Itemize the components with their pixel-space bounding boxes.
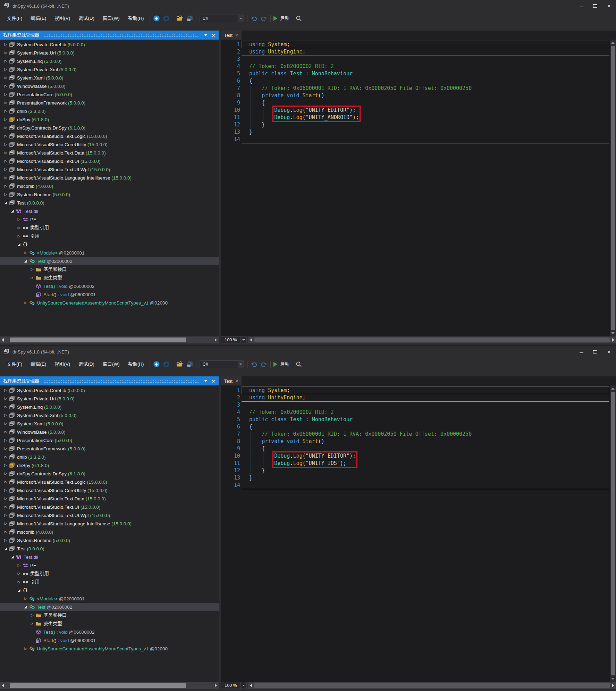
scroll-down-button[interactable] bbox=[611, 331, 615, 336]
expander-collapsed-icon[interactable]: ▷ bbox=[29, 276, 35, 280]
expander-collapsed-icon[interactable]: ▷ bbox=[3, 43, 9, 46]
tree-row[interactable]: ◢{}- bbox=[0, 586, 219, 594]
tree-row[interactable]: ▷引用 bbox=[0, 578, 219, 586]
zoom-dropdown-button[interactable] bbox=[241, 682, 247, 689]
tree-row[interactable]: ▷System.Private.Uri (5.0.0.0) bbox=[0, 49, 219, 57]
tree-row[interactable]: ▷♥UnitySourceGeneratedAssemblyMonoScript… bbox=[0, 299, 219, 307]
expander-collapsed-icon[interactable]: ▷ bbox=[3, 151, 9, 155]
expander-collapsed-icon[interactable]: ▷ bbox=[16, 572, 22, 575]
editor-vertical-scrollbar[interactable] bbox=[610, 385, 616, 682]
menu-item[interactable]: 文件(F) bbox=[3, 14, 26, 23]
tree-row-selected[interactable]: ◢Test @02000002 bbox=[0, 603, 219, 611]
expander-collapsed-icon[interactable]: ▷ bbox=[3, 480, 9, 484]
scrollbar-thumb[interactable] bbox=[10, 683, 186, 688]
search-button[interactable] bbox=[294, 360, 304, 369]
expander-collapsed-icon[interactable]: ▷ bbox=[3, 414, 9, 417]
scrollbar-thumb[interactable] bbox=[611, 46, 615, 330]
expander-collapsed-icon[interactable]: ▷ bbox=[16, 218, 22, 221]
tree-row[interactable]: Start() : void @06000001 bbox=[0, 636, 219, 644]
expander-collapsed-icon[interactable]: ▷ bbox=[3, 514, 9, 517]
navigate-back-button[interactable] bbox=[152, 360, 161, 369]
expander-expanded-icon[interactable]: ◢ bbox=[9, 555, 15, 559]
expander-collapsed-icon[interactable]: ▷ bbox=[29, 622, 35, 625]
expander-collapsed-icon[interactable]: ▷ bbox=[3, 159, 9, 163]
expander-collapsed-icon[interactable]: ▷ bbox=[23, 301, 28, 305]
editor-horizontal-scrollbar[interactable] bbox=[248, 682, 616, 689]
menu-item[interactable]: 帮助(H) bbox=[124, 14, 148, 23]
start-debug-button[interactable]: 启动 bbox=[272, 14, 290, 23]
tree-row[interactable]: ▷dnSpy.Contracts.DnSpy (6.1.8.0) bbox=[0, 124, 219, 132]
expander-collapsed-icon[interactable]: ▷ bbox=[3, 193, 9, 196]
tab-close-icon[interactable]: × bbox=[236, 378, 238, 384]
expander-expanded-icon[interactable]: ◢ bbox=[9, 209, 15, 213]
search-button[interactable] bbox=[294, 14, 304, 23]
zoom-dropdown-button[interactable] bbox=[241, 336, 247, 343]
tree-row[interactable]: ▷System.Private.Xml (5.0.0.0) bbox=[0, 65, 219, 74]
scroll-up-button[interactable] bbox=[611, 40, 615, 45]
combobox-dropdown-button[interactable] bbox=[238, 15, 244, 22]
scroll-right-button[interactable] bbox=[610, 336, 616, 343]
tree-row[interactable]: ▷派生类型 bbox=[0, 619, 219, 628]
redo-button[interactable] bbox=[259, 360, 269, 369]
tree-row[interactable]: ▷dnlib (3.3.2.0) bbox=[0, 107, 219, 115]
navigate-forward-button[interactable] bbox=[161, 360, 171, 369]
expander-collapsed-icon[interactable]: ▷ bbox=[3, 447, 9, 450]
tree-row[interactable]: ▷Microsoft.VisualStudio.Text.UI.Wpf (15.… bbox=[0, 511, 219, 519]
scroll-right-button[interactable] bbox=[213, 682, 219, 689]
tree-row[interactable]: ▷Microsoft.VisualStudio.Text.UI.Wpf (15.… bbox=[0, 165, 219, 174]
close-button[interactable]: × bbox=[602, 346, 616, 358]
scrollbar-track[interactable] bbox=[6, 682, 213, 689]
menu-item[interactable]: 调试(D) bbox=[74, 359, 99, 369]
tree-row[interactable]: ▷PresentationFramework (5.0.0.0) bbox=[0, 444, 219, 453]
tree-row[interactable]: ▷mscorlib (4.0.0.0) bbox=[0, 182, 219, 190]
menu-item[interactable]: 文件(F) bbox=[3, 359, 26, 369]
save-all-button[interactable] bbox=[185, 360, 194, 369]
tree-row[interactable]: ▷System.Xaml (5.0.0.0) bbox=[0, 74, 219, 82]
start-debug-button[interactable]: 启动 bbox=[272, 360, 290, 369]
tree-row[interactable]: ▷♥<Module> @02000001 bbox=[0, 249, 219, 257]
menu-item[interactable]: 窗口(W) bbox=[99, 359, 124, 369]
expander-collapsed-icon[interactable]: ▷ bbox=[3, 68, 9, 71]
tree-row[interactable]: ▷♥UnitySourceGeneratedAssemblyMonoScript… bbox=[0, 644, 219, 653]
tree-row[interactable]: ◢Test (0.0.0.0) bbox=[0, 199, 219, 207]
expander-collapsed-icon[interactable]: ▷ bbox=[3, 51, 9, 55]
tree-row[interactable]: ▷System.Runtime (5.0.0.0) bbox=[0, 190, 219, 199]
minimize-button[interactable] bbox=[574, 0, 588, 12]
scrollbar-thumb[interactable] bbox=[254, 338, 610, 342]
tab-test[interactable]: Test × bbox=[221, 31, 242, 40]
tree-row[interactable]: ▷System.Private.Xml (5.0.0.0) bbox=[0, 411, 219, 419]
tree-row[interactable]: ▷dnlib (3.3.2.0) bbox=[0, 453, 219, 461]
expander-expanded-icon[interactable]: ◢ bbox=[16, 243, 22, 246]
language-combobox[interactable]: C# bbox=[200, 360, 244, 368]
tree-row[interactable]: ▷PE bbox=[0, 215, 219, 224]
tree-row[interactable]: Start() : void @06000001 bbox=[0, 290, 219, 299]
close-button[interactable]: × bbox=[602, 0, 616, 12]
expander-collapsed-icon[interactable]: ▷ bbox=[29, 268, 35, 271]
expander-collapsed-icon[interactable]: ▷ bbox=[3, 405, 9, 409]
scroll-left-button[interactable] bbox=[248, 682, 254, 689]
expander-collapsed-icon[interactable]: ▷ bbox=[3, 134, 9, 138]
tab-test[interactable]: Test × bbox=[221, 376, 242, 385]
expander-collapsed-icon[interactable]: ▷ bbox=[3, 497, 9, 500]
expander-collapsed-icon[interactable]: ▷ bbox=[16, 580, 22, 584]
menu-item[interactable]: 视图(V) bbox=[50, 14, 74, 23]
scroll-left-button[interactable] bbox=[0, 336, 6, 343]
tree-row[interactable]: Test() : void @06000002 bbox=[0, 282, 219, 290]
expander-collapsed-icon[interactable]: ▷ bbox=[16, 564, 22, 567]
maximize-button[interactable] bbox=[588, 346, 602, 358]
expander-expanded-icon[interactable]: ◢ bbox=[16, 589, 22, 592]
tree-row[interactable]: ▷Microsoft.VisualStudio.Text.Logic (15.0… bbox=[0, 132, 219, 140]
expander-collapsed-icon[interactable]: ▷ bbox=[16, 226, 22, 230]
expander-collapsed-icon[interactable]: ▷ bbox=[3, 109, 9, 113]
tree-row[interactable]: ▷♥<Module> @02000001 bbox=[0, 594, 219, 603]
expander-collapsed-icon[interactable]: ▷ bbox=[3, 530, 9, 534]
language-combobox[interactable]: C# bbox=[200, 15, 244, 22]
expander-collapsed-icon[interactable]: ▷ bbox=[23, 251, 28, 255]
expander-collapsed-icon[interactable]: ▷ bbox=[3, 143, 9, 146]
tree-row[interactable]: ◢Test.dll bbox=[0, 207, 219, 215]
menu-item[interactable]: 窗口(W) bbox=[99, 14, 124, 23]
tree-row[interactable]: ▷基类和接口 bbox=[0, 265, 219, 274]
expander-expanded-icon[interactable]: ◢ bbox=[3, 547, 9, 550]
scroll-right-button[interactable] bbox=[213, 336, 219, 343]
menu-item[interactable]: 视图(V) bbox=[50, 359, 74, 369]
